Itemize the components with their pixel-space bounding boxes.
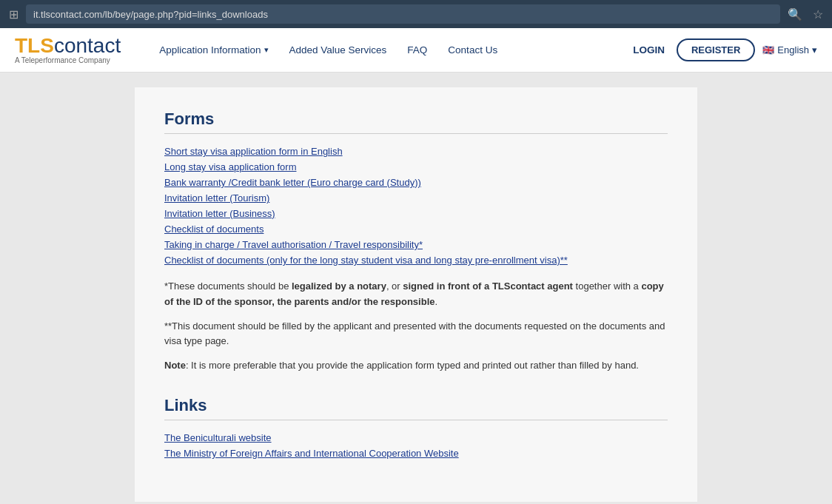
forms-links-list: Short stay visa application form in Engl… <box>164 146 668 266</box>
logo-contact: contact <box>54 34 121 57</box>
register-button[interactable]: REGISTER <box>677 38 755 61</box>
note-3: Note: It is more preferable that you pro… <box>164 358 668 374</box>
note-1: *These documents should be legalized by … <box>164 279 668 310</box>
language-label: English <box>777 44 809 56</box>
browser-icons: 🔍 ☆ <box>788 7 823 21</box>
nav-added-value-services[interactable]: Added Value Services <box>281 38 396 61</box>
browser-chrome: ⊞ it.tlscontact.com/lb/bey/page.php?pid=… <box>0 0 832 28</box>
form-link-4[interactable]: Invitation letter (Business) <box>164 208 668 219</box>
flag-icon: 🇬🇧 <box>762 44 774 56</box>
url-text: it.tlscontact.com/lb/bey/page.php?pid=li… <box>33 9 268 20</box>
form-link-3[interactable]: Invitation letter (Tourism) <box>164 192 668 204</box>
note1-prefix: *These documents should be <box>164 280 292 292</box>
links-section: Links The Beniculturali website The Mini… <box>164 396 668 459</box>
form-link-5[interactable]: Checklist of documents <box>164 224 668 235</box>
form-link-0[interactable]: Short stay visa application form in Engl… <box>164 146 668 157</box>
note1-end: . <box>435 296 438 307</box>
language-selector[interactable]: 🇬🇧 English ▾ <box>762 44 817 56</box>
form-link-6[interactable]: Taking in charge / Travel authorisation … <box>164 239 668 250</box>
nav-links: Application Information ▾ Added Value Se… <box>150 38 628 61</box>
links-title: Links <box>164 396 668 420</box>
logo-tls: TLS <box>15 34 54 57</box>
note1-suffix: together with a <box>573 280 642 292</box>
chevron-down-icon: ▾ <box>264 45 269 55</box>
form-link-1[interactable]: Long stay visa application form <box>164 161 668 172</box>
search-icon[interactable]: 🔍 <box>788 7 802 21</box>
forms-section: Forms Short stay visa application form i… <box>164 110 668 374</box>
note1-bold2: signed in front of a TLScontact agent <box>403 280 573 292</box>
note-2: **This document should be filled by the … <box>164 319 668 350</box>
nav-faq[interactable]: FAQ <box>398 38 436 61</box>
page-background: Forms Short stay visa application form i… <box>0 73 832 504</box>
nav-application-information[interactable]: Application Information ▾ <box>150 38 277 61</box>
forms-title: Forms <box>164 110 668 134</box>
chevron-down-icon: ▾ <box>812 44 817 56</box>
login-button[interactable]: LOGIN <box>628 38 669 61</box>
form-link-2[interactable]: Bank warranty /Credit bank letter (Euro … <box>164 177 668 188</box>
note1-bold1: legalized by a notary <box>292 280 386 292</box>
tabs-icon: ⊞ <box>9 7 19 21</box>
form-link-7[interactable]: Checklist of documents (only for the lon… <box>164 255 668 266</box>
nav-contact-us[interactable]: Contact Us <box>439 38 506 61</box>
nav-right: LOGIN REGISTER 🇬🇧 English ▾ <box>628 38 817 61</box>
logo-text: TLScontact <box>15 36 121 56</box>
navbar: TLScontact A Teleperformance Company App… <box>0 28 832 73</box>
logo[interactable]: TLScontact A Teleperformance Company <box>15 36 121 64</box>
ext-link-1[interactable]: The Ministry of Foreign Affairs and Inte… <box>164 448 668 459</box>
address-bar[interactable]: it.tlscontact.com/lb/bey/page.php?pid=li… <box>26 4 780 24</box>
note3-label: Note <box>164 360 186 371</box>
content-card: Forms Short stay visa application form i… <box>135 87 697 502</box>
note1-middle: , or <box>386 280 403 292</box>
note3-text: : It is more preferable that you provide… <box>186 360 639 371</box>
bookmark-icon[interactable]: ☆ <box>813 7 823 21</box>
logo-subtitle: A Teleperformance Company <box>15 56 110 64</box>
ext-link-0[interactable]: The Beniculturali website <box>164 432 668 443</box>
